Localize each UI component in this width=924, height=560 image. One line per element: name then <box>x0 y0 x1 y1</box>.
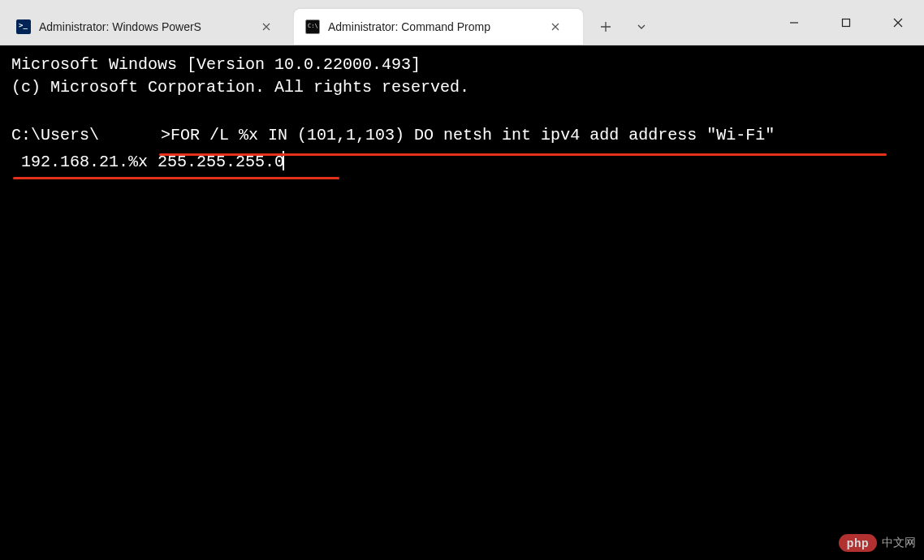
tab-powershell[interactable]: Administrator: Windows PowerS <box>5 9 294 45</box>
cmd-icon <box>305 19 320 34</box>
titlebar-drag-area[interactable] <box>664 0 768 45</box>
text-cursor <box>283 151 284 170</box>
tab-dropdown-button[interactable] <box>624 9 659 45</box>
tab-powershell-label: Administrator: Windows PowerS <box>39 20 250 33</box>
tabs-area: Administrator: Windows PowerS Administra… <box>0 0 664 45</box>
command-line-1: FOR /L %x IN (101,1,103) DO netsh int ip… <box>171 126 775 144</box>
window-controls <box>768 0 924 45</box>
tab-command-prompt[interactable]: Administrator: Command Promp <box>294 9 583 45</box>
terminal-output[interactable]: Microsoft Windows [Version 10.0.22000.49… <box>0 45 924 560</box>
window-titlebar: Administrator: Windows PowerS Administra… <box>0 0 924 45</box>
prompt-prefix: C:\Users\ <box>11 126 99 144</box>
copyright-line: (c) Microsoft Corporation. All rights re… <box>11 78 469 97</box>
close-window-button[interactable] <box>872 0 924 45</box>
version-line: Microsoft Windows [Version 10.0.22000.49… <box>11 55 421 74</box>
redacted-username <box>99 125 161 143</box>
prompt-suffix: > <box>161 126 171 144</box>
tab-cmd-label: Administrator: Command Promp <box>328 20 539 33</box>
red-underline-2 <box>13 177 339 179</box>
tab-close-button[interactable] <box>547 19 563 35</box>
svg-rect-0 <box>843 19 850 26</box>
minimize-button[interactable] <box>768 0 820 45</box>
tab-actions <box>583 4 664 45</box>
command-line-2: 192.168.21.%x 255.255.255.0 <box>11 153 284 171</box>
new-tab-button[interactable] <box>588 9 624 45</box>
powershell-icon <box>16 19 31 34</box>
maximize-button[interactable] <box>820 0 872 45</box>
tab-close-button[interactable] <box>258 19 274 35</box>
